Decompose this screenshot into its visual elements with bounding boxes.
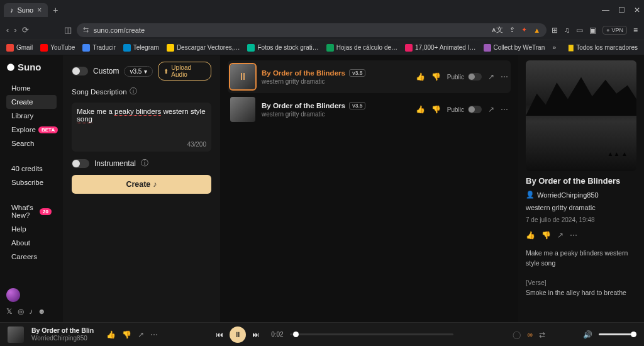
bookmark-favicon [123, 44, 131, 52]
bookmarks-overflow-icon[interactable]: » [553, 44, 557, 51]
bookmark-item[interactable]: Gmail [6, 44, 33, 52]
whats-new-link[interactable]: What's New? 20 [6, 201, 57, 222]
window-close-icon[interactable]: ✕ [634, 6, 640, 14]
thumbs-down-icon[interactable]: 👎 [431, 72, 441, 81]
instagram-icon[interactable]: ◎ [18, 307, 24, 316]
track-row[interactable]: ⏸ By Order of the Blindersv3.5 western g… [228, 60, 511, 93]
bookmark-item[interactable]: YouTube [40, 44, 75, 52]
discord-icon[interactable]: ☻ [38, 307, 46, 316]
brand-logo[interactable]: Suno [6, 62, 57, 72]
reader-icon[interactable]: ▭ [576, 26, 583, 35]
volume-icon[interactable]: 🔊 [583, 330, 592, 339]
subscribe-link[interactable]: Subscribe [6, 176, 57, 189]
create-button[interactable]: Create ♪ [72, 175, 211, 194]
reload-icon[interactable]: ⟳ [22, 25, 29, 35]
bookmark-item[interactable]: Descargar Vectores,… [167, 44, 240, 52]
progress-bar[interactable] [290, 333, 453, 335]
careers-link[interactable]: Careers [6, 250, 57, 264]
wallet-icon[interactable]: ▣ [589, 26, 596, 35]
player-thumbnail[interactable] [8, 326, 24, 343]
extension-brave-icon[interactable]: ✦ [521, 26, 527, 34]
cover-art[interactable]: ▲▲ ▲ [526, 60, 636, 171]
public-toggle[interactable]: Public [447, 73, 482, 81]
sidebar-item-explore[interactable]: ExploreBETA [6, 123, 57, 137]
track-row[interactable]: By Order of the Blindersv3.5 western gri… [228, 93, 511, 126]
sidebar-item-home[interactable]: Home [6, 81, 57, 95]
close-icon[interactable]: × [37, 6, 42, 14]
svg-point-0 [7, 64, 14, 71]
tiktok-icon[interactable]: ♪ [29, 307, 33, 316]
sidebar-item-search[interactable]: Search [6, 137, 57, 150]
version-select[interactable]: v3.5 ▾ [124, 66, 153, 77]
thumbs-down-icon[interactable]: 👎 [541, 231, 551, 240]
share-icon[interactable]: ↗ [488, 105, 494, 114]
tab-favicon: ♪ [10, 6, 14, 14]
share-icon[interactable]: ⇪ [509, 26, 515, 34]
x-icon[interactable]: 𝕏 [6, 307, 13, 316]
browser-tab[interactable]: ♪ Suno × [4, 3, 48, 17]
bookmark-item[interactable]: Collect by WeTransf… [484, 44, 545, 52]
help-icon[interactable]: ⓘ [130, 87, 137, 96]
about-link[interactable]: About [6, 236, 57, 250]
url-bar[interactable]: ⇆ suno.com/create ᴀ文 ⇪ ✦ ▲ [77, 23, 547, 37]
song-description-input[interactable]: Make me a peaky blinders western style s… [72, 103, 211, 152]
extension-icon[interactable]: ⊞ [552, 26, 558, 35]
share-icon[interactable]: ↗ [138, 330, 144, 339]
track-thumbnail[interactable] [230, 97, 255, 122]
instrumental-toggle[interactable] [72, 159, 89, 168]
detail-author[interactable]: 👤 WorriedChirping850 [526, 191, 636, 199]
thumbs-up-icon[interactable]: 👍 [416, 72, 425, 81]
shuffle-icon[interactable]: ⇄ [539, 330, 545, 339]
more-icon[interactable]: ⋯ [570, 231, 577, 240]
all-bookmarks-button[interactable]: ▇ Todos los marcadores [569, 44, 638, 51]
help-icon[interactable]: ⓘ [141, 158, 148, 169]
bookmark-item[interactable]: 17,000+ Animated I… [405, 44, 475, 52]
prev-track-icon[interactable]: ⏮ [216, 330, 223, 339]
sidepanel-icon[interactable]: ◫ [64, 25, 72, 35]
vpn-chip[interactable]: ●VPN [602, 26, 627, 35]
window-maximize-icon[interactable]: ☐ [618, 6, 625, 14]
user-avatar[interactable] [6, 288, 20, 302]
bookmark-item[interactable]: Traducir [82, 44, 115, 52]
detail-date: 7 de julio de 2024, 19:48 [526, 216, 636, 223]
more-icon[interactable]: ⋯ [150, 330, 158, 339]
lyrics-block: Make me a peaky blinders western style s… [526, 248, 636, 298]
play-pause-button[interactable]: ⏸ [230, 326, 246, 343]
thumbs-down-icon[interactable]: 👎 [431, 105, 441, 114]
sidebar-item-create[interactable]: Create [6, 95, 57, 109]
whats-new-badge: 20 [40, 208, 52, 215]
sidebar-item-library[interactable]: Library [6, 109, 57, 123]
more-icon[interactable]: ⋯ [501, 72, 508, 81]
menu-icon[interactable]: ≡ [633, 26, 638, 35]
song-description-label: Song Description ⓘ [72, 87, 211, 96]
thumbs-up-icon[interactable]: 👍 [416, 105, 425, 114]
custom-toggle[interactable] [72, 67, 88, 75]
bookmark-item[interactable]: Telegram [123, 44, 159, 52]
thumbs-up-icon[interactable]: 👍 [106, 330, 116, 339]
extension-warning-icon[interactable]: ▲ [533, 26, 540, 34]
loop-icon[interactable]: ◯ [513, 330, 521, 339]
volume-slider[interactable] [599, 333, 636, 335]
thumbs-down-icon[interactable]: 👎 [122, 330, 131, 339]
more-icon[interactable]: ⋯ [501, 105, 508, 114]
track-thumbnail[interactable]: ⏸ [230, 64, 255, 89]
site-info-icon[interactable]: ⇆ [83, 26, 89, 34]
upload-audio-button[interactable]: ⬆ Upload Audio [158, 62, 211, 81]
help-link[interactable]: Help [6, 222, 57, 236]
share-icon[interactable]: ↗ [488, 72, 494, 81]
public-toggle[interactable]: Public [447, 106, 482, 113]
music-extension-icon[interactable]: ♫ [564, 26, 570, 35]
detail-title: By Order of the Blinders [526, 176, 636, 186]
next-track-icon[interactable]: ⏭ [252, 330, 260, 339]
thumbs-up-icon[interactable]: 👍 [526, 231, 535, 240]
share-icon[interactable]: ↗ [557, 231, 564, 240]
bookmark-item[interactable]: Fotos de stock grati… [247, 44, 318, 52]
bookmark-item[interactable]: Hojas de cálculo de… [326, 44, 397, 52]
translate-icon[interactable]: ᴀ文 [492, 25, 503, 35]
forward-icon[interactable]: › [14, 25, 16, 35]
window-minimize-icon[interactable]: — [602, 6, 609, 14]
new-tab-button[interactable]: + [53, 5, 58, 15]
infinity-icon[interactable]: ∞ [527, 330, 533, 339]
back-icon[interactable]: ‹ [6, 25, 9, 35]
bookmark-label: Fotos de stock grati… [257, 44, 318, 51]
